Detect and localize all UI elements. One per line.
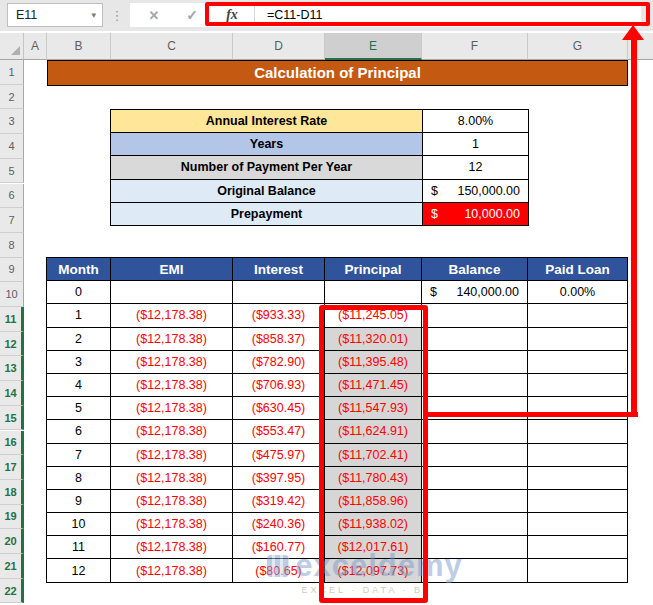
column-header-G[interactable]: G (528, 33, 628, 60)
loan-cell-m7-month[interactable]: 7 (47, 443, 111, 466)
loan-cell-m10-emi[interactable]: ($12,178.38) (111, 513, 233, 536)
loan-cell-m9-principal[interactable]: ($11,858.96) (325, 489, 422, 512)
loan-cell-m0-month[interactable]: 0 (47, 281, 111, 304)
name-box[interactable]: E11 ▾ (7, 3, 103, 27)
loan-cell-m6-principal[interactable]: ($11,624.91) (325, 420, 422, 443)
loan-cell-m0-emi[interactable] (111, 281, 233, 304)
loan-cell-m6-emi[interactable]: ($12,178.38) (111, 420, 233, 443)
loan-cell-m7-paid-loan[interactable] (528, 443, 628, 466)
loan-cell-m6-interest[interactable]: ($553.47) (233, 420, 325, 443)
loan-cell-m3-balance[interactable] (422, 350, 528, 373)
loan-cell-m4-balance[interactable] (422, 373, 528, 396)
loan-cell-m10-paid-loan[interactable] (528, 513, 628, 536)
loan-cell-m11-balance[interactable] (422, 536, 528, 559)
row-header-14[interactable]: 14 (0, 381, 24, 406)
row-header-4[interactable]: 4 (0, 134, 24, 159)
param-value-1[interactable]: 1 (423, 133, 529, 156)
row-header-22[interactable]: 22 (0, 579, 24, 604)
param-value-4[interactable]: $10,000.00 (423, 202, 529, 225)
row-header-2[interactable]: 2 (0, 85, 24, 110)
loan-cell-m12-paid-loan[interactable] (528, 559, 628, 582)
title-banner[interactable]: Calculation of Principal (47, 60, 628, 86)
loan-cell-m10-month[interactable]: 10 (47, 513, 111, 536)
loan-cell-m1-paid-loan[interactable] (528, 304, 628, 327)
param-label-3[interactable]: Original Balance (111, 179, 423, 202)
loan-cell-m0-balance[interactable]: $140,000.00 (422, 281, 528, 304)
loan-cell-m7-principal[interactable]: ($11,702.41) (325, 443, 422, 466)
loan-cell-m2-emi[interactable]: ($12,178.38) (111, 327, 233, 350)
loan-cell-m0-paid-loan[interactable]: 0.00% (528, 281, 628, 304)
row-header-13[interactable]: 13 (0, 356, 24, 381)
loan-cell-m9-interest[interactable]: ($319.42) (233, 489, 325, 512)
loan-cell-m12-principal[interactable]: ($12,097.73) (325, 559, 422, 582)
loan-cell-m5-principal[interactable]: ($11,547.93) (325, 397, 422, 420)
row-header-16[interactable]: 16 (0, 431, 24, 456)
loan-cell-m7-balance[interactable] (422, 443, 528, 466)
loan-header-emi[interactable]: EMI (111, 258, 233, 281)
loan-cell-m4-principal[interactable]: ($11,471.45) (325, 373, 422, 396)
formula-input[interactable]: =C11-D11 (267, 8, 322, 22)
row-header-21[interactable]: 21 (0, 554, 24, 579)
param-value-0[interactable]: 8.00% (423, 110, 529, 133)
loan-cell-m2-interest[interactable]: ($858.37) (233, 327, 325, 350)
loan-cell-m12-emi[interactable]: ($12,178.38) (111, 559, 233, 582)
loan-cell-m3-month[interactable]: 3 (47, 350, 111, 373)
loan-cell-m10-interest[interactable]: ($240.36) (233, 513, 325, 536)
loan-cell-m11-principal[interactable]: ($12,017.61) (325, 536, 422, 559)
loan-cell-m3-emi[interactable]: ($12,178.38) (111, 350, 233, 373)
loan-cell-m3-interest[interactable]: ($782.90) (233, 350, 325, 373)
row-header-20[interactable]: 20 (0, 529, 24, 554)
loan-cell-m10-principal[interactable]: ($11,938.02) (325, 513, 422, 536)
loan-header-month[interactable]: Month (47, 258, 111, 281)
loan-header-principal[interactable]: Principal (325, 258, 422, 281)
row-header-10[interactable]: 10 (0, 282, 24, 307)
column-header-D[interactable]: D (233, 33, 325, 60)
select-all-corner[interactable] (0, 33, 24, 60)
param-label-0[interactable]: Annual Interest Rate (111, 110, 423, 133)
loan-cell-m8-month[interactable]: 8 (47, 466, 111, 489)
loan-cell-m1-principal[interactable]: ($11,245.05) (325, 304, 422, 327)
loan-cell-m3-paid-loan[interactable] (528, 350, 628, 373)
loan-cell-m7-interest[interactable]: ($475.97) (233, 443, 325, 466)
loan-cell-m8-interest[interactable]: ($397.95) (233, 466, 325, 489)
row-header-8[interactable]: 8 (0, 233, 24, 258)
loan-cell-m9-paid-loan[interactable] (528, 489, 628, 512)
loan-cell-m5-emi[interactable]: ($12,178.38) (111, 397, 233, 420)
loan-cell-m4-emi[interactable]: ($12,178.38) (111, 373, 233, 396)
loan-cell-m12-month[interactable]: 12 (47, 559, 111, 582)
loan-cell-m12-balance[interactable] (422, 559, 528, 582)
loan-cell-m1-emi[interactable]: ($12,178.38) (111, 304, 233, 327)
row-header-3[interactable]: 3 (0, 109, 24, 134)
loan-cell-m11-interest[interactable]: ($160.77) (233, 536, 325, 559)
loan-cell-m1-month[interactable]: 1 (47, 304, 111, 327)
loan-cell-m8-balance[interactable] (422, 466, 528, 489)
loan-cell-m4-month[interactable]: 4 (47, 373, 111, 396)
name-box-dropdown-icon[interactable]: ▾ (91, 10, 96, 20)
loan-cell-m6-month[interactable]: 6 (47, 420, 111, 443)
row-header-5[interactable]: 5 (0, 159, 24, 184)
loan-cell-m11-month[interactable]: 11 (47, 536, 111, 559)
cancel-icon[interactable]: ✕ (142, 8, 166, 23)
loan-cell-m4-paid-loan[interactable] (528, 373, 628, 396)
loan-header-paid-loan[interactable]: Paid Loan (528, 258, 628, 281)
loan-cell-m2-principal[interactable]: ($11,320.01) (325, 327, 422, 350)
column-header-A[interactable]: A (24, 33, 47, 60)
row-header-19[interactable]: 19 (0, 505, 24, 530)
loan-cell-m7-emi[interactable]: ($12,178.38) (111, 443, 233, 466)
column-header-C[interactable]: C (111, 33, 233, 60)
enter-icon[interactable]: ✓ (180, 7, 204, 23)
loan-cell-m3-principal[interactable]: ($11,395.48) (325, 350, 422, 373)
loan-cell-m0-interest[interactable] (233, 281, 325, 304)
loan-cell-m2-month[interactable]: 2 (47, 327, 111, 350)
loan-header-interest[interactable]: Interest (233, 258, 325, 281)
row-header-17[interactable]: 17 (0, 455, 24, 480)
loan-cell-m8-paid-loan[interactable] (528, 466, 628, 489)
row-header-11[interactable]: 11 (0, 307, 24, 332)
param-label-2[interactable]: Number of Payment Per Year (111, 156, 423, 179)
param-value-2[interactable]: 12 (423, 156, 529, 179)
loan-cell-m11-emi[interactable]: ($12,178.38) (111, 536, 233, 559)
row-header-12[interactable]: 12 (0, 332, 24, 357)
insert-function-icon[interactable]: fx (218, 7, 246, 23)
loan-cell-m6-balance[interactable] (422, 420, 528, 443)
loan-cell-m1-interest[interactable]: ($933.33) (233, 304, 325, 327)
